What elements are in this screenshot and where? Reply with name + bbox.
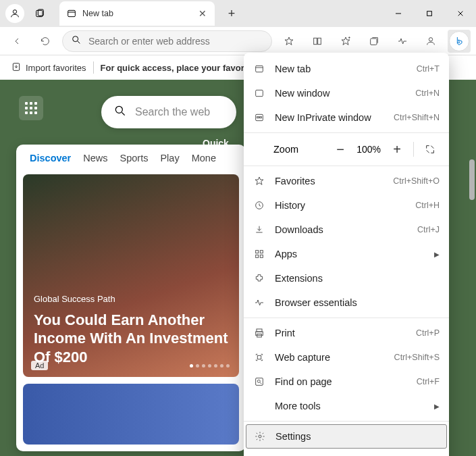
chevron-right-icon: ▶ (434, 251, 440, 258)
scrollbar-thumb[interactable] (469, 159, 475, 200)
feed-tab-discover[interactable]: Discover (30, 153, 71, 163)
menu-divider (244, 421, 449, 422)
menu-settings[interactable]: Settings (246, 424, 447, 449)
menu-apps[interactable]: Apps ▶ (244, 242, 449, 266)
svg-point-0 (13, 10, 16, 14)
svg-rect-31 (260, 251, 263, 253)
titlebar: New tab ✕ + (0, 0, 476, 27)
svg-rect-28 (260, 117, 262, 118)
menu-help[interactable]: Help and feedback ▶ (244, 449, 449, 456)
tab-title: New tab (82, 9, 192, 18)
download-icon (253, 224, 265, 236)
heart-pulse-icon (253, 297, 265, 309)
history-icon (253, 199, 265, 211)
fullscreen-button[interactable] (421, 140, 440, 159)
menu-divider (244, 166, 449, 166)
svg-line-10 (78, 41, 80, 43)
account-button[interactable] (419, 30, 442, 53)
minimize-button[interactable] (383, 3, 414, 24)
chevron-right-icon: ▶ (434, 403, 440, 410)
search-icon (113, 104, 127, 120)
toolbar (0, 27, 476, 55)
svg-rect-6 (427, 11, 432, 16)
divider (93, 61, 94, 74)
svg-rect-38 (256, 378, 263, 386)
menu-print[interactable]: Print Ctrl+P (244, 321, 449, 345)
svg-rect-30 (256, 251, 259, 253)
carousel-dots[interactable] (190, 364, 230, 368)
print-icon (253, 327, 265, 339)
web-search-box[interactable]: Search the web (101, 96, 236, 128)
menu-find[interactable]: Find on page Ctrl+F (244, 370, 449, 394)
card-headline: You Could Earn Another Income With An In… (34, 311, 228, 367)
browser-tab[interactable]: New tab ✕ (59, 1, 215, 26)
import-favorites-label: Import favorites (26, 63, 86, 73)
feed-tabs: Discover News Sports Play Mone (16, 153, 246, 170)
svg-rect-27 (257, 117, 259, 118)
favorite-star-button[interactable] (277, 30, 300, 53)
menu-more-tools[interactable]: More tools ▶ (244, 394, 449, 418)
svg-line-22 (122, 113, 125, 116)
menu-web-capture[interactable]: Web capture Ctrl+Shift+S (244, 345, 449, 370)
feed-tab-news[interactable]: News (83, 153, 107, 163)
maximize-button[interactable] (414, 3, 445, 24)
inprivate-icon (253, 111, 265, 124)
svg-point-9 (73, 36, 78, 41)
profile-button[interactable] (5, 4, 24, 23)
address-bar[interactable] (62, 30, 272, 52)
address-input[interactable] (88, 36, 263, 47)
bing-sidebar-button[interactable] (449, 31, 469, 51)
split-screen-button[interactable] (306, 30, 329, 53)
feed-card[interactable]: Global Success Path You Could Earn Anoth… (23, 174, 239, 377)
feed-tab-money[interactable]: Mone (192, 153, 216, 163)
zoom-out-button[interactable]: − (331, 140, 350, 159)
feed-tab-sports[interactable]: Sports (120, 153, 149, 163)
svg-rect-12 (318, 38, 321, 44)
search-icon (71, 34, 82, 48)
back-button[interactable] (5, 30, 28, 53)
find-icon (253, 376, 265, 388)
menu-favorites[interactable]: Favorites Ctrl+Shift+O (244, 169, 449, 193)
close-window-button[interactable] (445, 3, 476, 24)
tab-favicon-icon (66, 8, 77, 19)
ad-badge: Ad (31, 361, 48, 370)
apps-grid-button[interactable] (19, 96, 43, 120)
apps-icon (253, 248, 265, 260)
settings-menu: New tab Ctrl+T New window Ctrl+N New InP… (244, 53, 449, 456)
svg-rect-25 (256, 90, 263, 96)
menu-extensions[interactable]: Extensions (244, 266, 449, 290)
svg-rect-23 (256, 66, 263, 72)
svg-rect-33 (260, 255, 263, 257)
menu-history[interactable]: History Ctrl+H (244, 193, 449, 218)
tab-actions-button[interactable] (28, 2, 51, 25)
svg-rect-15 (371, 39, 377, 45)
menu-divider (244, 132, 449, 133)
menu-new-inprivate[interactable]: New InPrivate window Ctrl+Shift+N (244, 105, 449, 130)
new-tab-button[interactable]: + (221, 3, 242, 24)
new-tab-icon (253, 63, 265, 75)
menu-new-window[interactable]: New window Ctrl+N (244, 81, 449, 105)
menu-essentials[interactable]: Browser essentials (244, 290, 449, 315)
svg-rect-37 (257, 355, 261, 359)
collections-button[interactable] (363, 30, 386, 53)
refresh-button[interactable] (34, 30, 57, 53)
tab-close-button[interactable]: ✕ (197, 8, 208, 19)
titlebar-left: New tab ✕ + (0, 1, 242, 26)
menu-downloads[interactable]: Downloads Ctrl+J (244, 218, 449, 242)
capture-icon (253, 351, 265, 363)
import-favorites-button[interactable]: Import favorites (11, 61, 86, 74)
svg-point-39 (257, 380, 260, 382)
zoom-in-button[interactable]: + (388, 140, 406, 159)
svg-point-16 (429, 37, 432, 41)
feed-tab-play[interactable]: Play (160, 153, 179, 163)
card-source: Global Success Path (34, 294, 228, 304)
svg-point-21 (115, 106, 122, 113)
favorites-button[interactable] (334, 30, 357, 53)
svg-rect-32 (256, 255, 259, 257)
feed-card-2[interactable] (23, 384, 239, 445)
essentials-button[interactable] (391, 30, 414, 53)
web-search-placeholder: Search the web (135, 106, 210, 118)
menu-zoom: Zoom − 100% + (244, 136, 449, 163)
svg-rect-11 (314, 38, 317, 44)
menu-new-tab[interactable]: New tab Ctrl+T (244, 57, 449, 81)
